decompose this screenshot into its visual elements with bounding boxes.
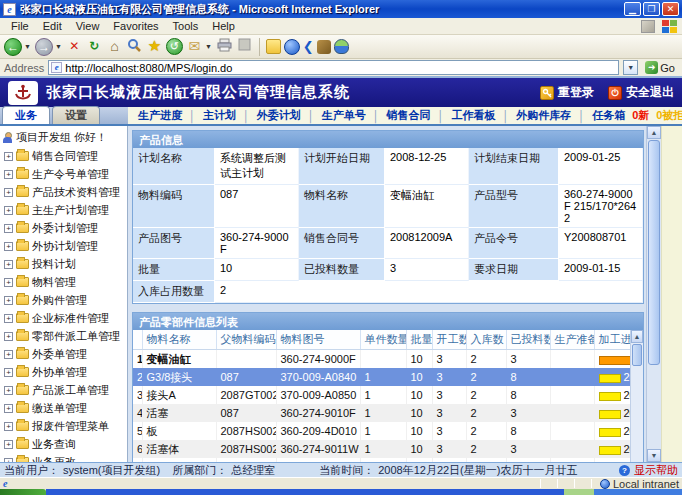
sidebar-item-10[interactable]: +企业标准件管理 (2, 309, 127, 327)
table-row[interactable]: 1变幅油缸360-274-9000F1032329 % (133, 350, 630, 369)
column-header[interactable]: 父物料编码 (216, 330, 276, 350)
sidebar-item-12[interactable]: +外委单管理 (2, 345, 127, 363)
mail-button[interactable]: ✉ (186, 38, 203, 55)
relogin-button[interactable]: 重登录 (540, 84, 594, 101)
sidebar-item-4[interactable]: +主生产计划管理 (2, 201, 127, 219)
windows-taskbar[interactable] (0, 489, 682, 495)
expand-plus-icon[interactable]: + (4, 224, 13, 233)
home-button[interactable]: ⌂ (106, 38, 123, 55)
expand-plus-icon[interactable]: + (4, 350, 13, 359)
column-header[interactable]: 单件数量 (360, 330, 406, 350)
forward-button[interactable]: → (35, 38, 53, 56)
search-button[interactable] (126, 38, 143, 55)
start-button[interactable] (0, 489, 46, 495)
nav-item-3[interactable]: 外委计划 (257, 108, 301, 123)
menu-tools[interactable]: Tools (166, 19, 206, 33)
column-header[interactable]: 开工数 (432, 330, 466, 350)
expand-plus-icon[interactable]: + (4, 440, 13, 449)
expand-plus-icon[interactable]: + (4, 314, 13, 323)
nav-item-4[interactable]: 生产单号 (322, 108, 366, 123)
forward-dropdown-icon[interactable]: ▼ (55, 43, 62, 50)
logout-button[interactable]: ⏻ 安全退出 (608, 84, 674, 101)
sidebar-item-8[interactable]: +物料管理 (2, 273, 127, 291)
column-header[interactable]: 入库数 (466, 330, 506, 350)
nav-item-6[interactable]: 工作看板 (451, 108, 495, 123)
history-button[interactable]: ↺ (166, 38, 183, 55)
back-button[interactable]: ← (4, 38, 22, 56)
scroll-down-icon[interactable]: ▼ (647, 449, 661, 462)
print-button[interactable] (216, 38, 233, 55)
address-dropdown-button[interactable]: ▼ (623, 60, 638, 75)
media-globe-button[interactable] (284, 39, 300, 55)
scroll-up-icon[interactable]: ▲ (631, 330, 643, 343)
nav-item-1[interactable]: 生产进度 (138, 108, 182, 123)
expand-plus-icon[interactable]: + (4, 422, 13, 431)
sidebar-item-17[interactable]: +业务查询 (2, 435, 127, 453)
tab-business[interactable]: 业务 (2, 106, 50, 124)
expand-plus-icon[interactable]: + (4, 188, 13, 197)
stop-button[interactable]: ✕ (66, 38, 83, 55)
column-header[interactable]: 批量 (406, 330, 432, 350)
back-dropdown-icon[interactable]: ▼ (24, 43, 31, 50)
sidebar-item-16[interactable]: +报废件管理菜单 (2, 417, 127, 435)
sidebar-item-9[interactable]: +外购件管理 (2, 291, 127, 309)
go-button[interactable]: ➜ Go (642, 61, 678, 74)
column-header[interactable]: 已投料数 (506, 330, 550, 350)
refresh-button[interactable]: ↻ (86, 38, 103, 55)
sidebar-item-3[interactable]: +产品技术资料管理 (2, 183, 127, 201)
expand-plus-icon[interactable]: + (4, 296, 13, 305)
address-url[interactable]: http://localhost:8080/MPS/login.do (65, 62, 232, 74)
column-header[interactable]: 物料图号 (276, 330, 360, 350)
menu-view[interactable]: View (69, 19, 107, 33)
expand-plus-icon[interactable]: + (4, 332, 13, 341)
sidebar-item-7[interactable]: +投料计划 (2, 255, 127, 273)
table-row[interactable]: 4活塞087360-274-9010F11032320 % (133, 404, 630, 422)
sidebar-item-13[interactable]: +外协单管理 (2, 363, 127, 381)
expand-plus-icon[interactable]: + (4, 206, 13, 215)
favorites-button[interactable]: ★ (146, 38, 163, 55)
minimize-button[interactable]: ▁ (624, 2, 641, 16)
menu-favorites[interactable]: Favorites (106, 19, 165, 33)
sidebar-item-11[interactable]: +零部件派工单管理 (2, 327, 127, 345)
tab-settings[interactable]: 设置 (52, 106, 100, 124)
expand-plus-icon[interactable]: + (4, 278, 13, 287)
scroll-thumb[interactable] (632, 344, 642, 366)
maximize-button[interactable]: ❐ (643, 2, 660, 16)
nav-item-5[interactable]: 销售合同 (387, 108, 431, 123)
edit-button[interactable] (236, 38, 253, 55)
nav-item-8[interactable]: 任务箱 (592, 108, 625, 123)
sidebar-item-14[interactable]: +产品派工单管理 (2, 381, 127, 399)
parts-vertical-scrollbar[interactable]: ▲ ▼ (630, 330, 643, 462)
expand-plus-icon[interactable]: + (4, 170, 13, 179)
table-row[interactable]: 6活塞体2087HS002360-274-9011W11032320 % (133, 440, 630, 458)
expand-plus-icon[interactable]: + (4, 368, 13, 377)
mail-dropdown-icon[interactable]: ▼ (205, 43, 212, 50)
table-row[interactable]: 5板2087HS002360-209-4D01011032820 % (133, 422, 630, 440)
expand-plus-icon[interactable]: + (4, 152, 13, 161)
expand-plus-icon[interactable]: + (4, 404, 13, 413)
nav-item-7[interactable]: 外购件库存 (516, 108, 571, 123)
research-button[interactable] (317, 40, 331, 54)
scroll-thumb[interactable] (648, 140, 660, 365)
menu-help[interactable]: Help (205, 19, 242, 33)
expand-plus-icon[interactable]: + (4, 260, 13, 269)
sidebar-item-18[interactable]: +业务更改 (2, 453, 127, 462)
column-header[interactable]: 物料名称 (142, 330, 216, 350)
quick-link-button[interactable]: ❮ (303, 39, 314, 54)
table-row[interactable]: 3接头A2087GT002370-009-A085011032820 % (133, 386, 630, 404)
address-input[interactable]: e http://localhost:8080/MPS/login.do (48, 60, 619, 75)
column-header[interactable]: 生产准备 (550, 330, 594, 350)
nav-item-2[interactable]: 主计划 (203, 108, 236, 123)
table-row[interactable]: 2G3/8接头087370-009-A084011032820 % (133, 368, 630, 386)
notes-button[interactable] (266, 39, 281, 54)
sidebar-item-15[interactable]: +缴送单管理 (2, 399, 127, 417)
sidebar-item-1[interactable]: +销售合同管理 (2, 147, 127, 165)
expand-plus-icon[interactable]: + (4, 242, 13, 251)
scroll-up-icon[interactable]: ▲ (647, 126, 661, 139)
page-vertical-scrollbar[interactable]: ▲ ▼ (646, 126, 661, 462)
menu-edit[interactable]: Edit (36, 19, 69, 33)
menu-file[interactable]: File (4, 19, 36, 33)
sidebar-item-2[interactable]: +生产令号单管理 (2, 165, 127, 183)
messenger-button[interactable] (334, 39, 349, 54)
column-header[interactable]: 加工进度 (594, 330, 630, 350)
